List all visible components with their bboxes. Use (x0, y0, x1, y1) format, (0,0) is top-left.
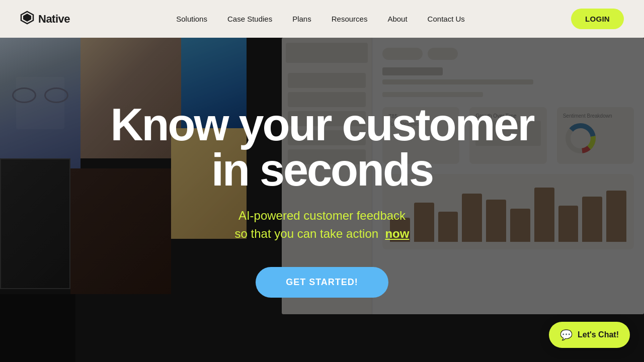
hero-headline-line2: in seconds (211, 145, 433, 195)
chat-label: Let's Chat! (578, 330, 619, 339)
chat-icon: 💬 (560, 329, 573, 341)
hero-headline: Know your customer in seconds (110, 102, 533, 193)
nav-resources[interactable]: Resources (332, 15, 368, 23)
hero-section: 785 Total Reviews Growth Over Time Senti… (0, 38, 644, 362)
hero-content: Know your customer in seconds AI-powered… (0, 38, 644, 362)
nav-case-studies[interactable]: Case Studies (227, 15, 272, 23)
nav-plans[interactable]: Plans (292, 15, 311, 23)
nav-solutions[interactable]: Solutions (176, 15, 207, 23)
hero-headline-line1: Know your customer (110, 100, 533, 150)
hero-subtext-line2-prefix: so that you can take action (235, 227, 379, 240)
nav-contact[interactable]: Contact Us (428, 15, 465, 23)
hero-subtext-line1: AI-powered customer feedback (238, 209, 406, 222)
hero-subtext-link[interactable]: now (385, 227, 409, 240)
nav-links: Solutions Case Studies Plans Resources A… (176, 15, 465, 23)
nav-about[interactable]: About (387, 15, 407, 23)
cta-button[interactable]: GET STARTED! (256, 267, 388, 298)
logo[interactable]: Native (20, 11, 70, 28)
logo-text: Native (38, 13, 70, 26)
navbar: Native Solutions Case Studies Plans Reso… (0, 0, 644, 38)
hero-subtext: AI-powered customer feedback so that you… (235, 207, 410, 243)
logo-icon (20, 11, 34, 28)
login-button[interactable]: LOGIN (571, 9, 624, 29)
chat-bubble[interactable]: 💬 Let's Chat! (549, 322, 630, 348)
